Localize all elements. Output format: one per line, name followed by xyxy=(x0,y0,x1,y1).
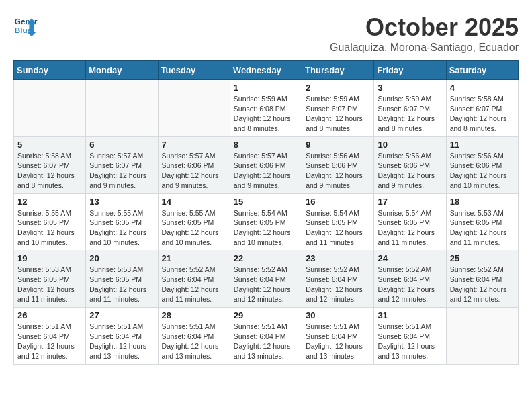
week-row-4: 19 Sunrise: 5:53 AM Sunset: 6:05 PM Dayl… xyxy=(14,250,519,308)
daylight-text: Daylight: 12 hours and 8 minutes. xyxy=(306,114,363,132)
sunrise-text: Sunrise: 5:51 AM xyxy=(234,322,287,330)
day-number: 10 xyxy=(378,140,442,150)
sunset-text: Sunset: 6:06 PM xyxy=(450,161,502,169)
sunrise-text: Sunrise: 5:59 AM xyxy=(234,95,287,103)
day-info: Sunrise: 5:55 AM Sunset: 6:05 PM Dayligh… xyxy=(162,208,226,248)
day-info: Sunrise: 5:52 AM Sunset: 6:04 PM Dayligh… xyxy=(378,265,442,304)
daylight-text: Daylight: 12 hours and 8 minutes. xyxy=(450,114,507,132)
sunrise-text: Sunrise: 5:58 AM xyxy=(17,152,71,160)
day-number: 2 xyxy=(306,83,370,93)
weekday-header-wednesday: Wednesday xyxy=(230,61,302,80)
weekday-header-friday: Friday xyxy=(374,61,446,80)
day-info: Sunrise: 5:52 AM Sunset: 6:04 PM Dayligh… xyxy=(450,265,515,304)
day-info: Sunrise: 5:51 AM Sunset: 6:04 PM Dayligh… xyxy=(17,322,82,361)
day-info: Sunrise: 5:53 AM Sunset: 6:05 PM Dayligh… xyxy=(89,265,154,304)
sunset-text: Sunset: 6:04 PM xyxy=(17,332,70,340)
calendar-cell: 12 Sunrise: 5:55 AM Sunset: 6:05 PM Dayl… xyxy=(14,193,86,250)
day-number: 16 xyxy=(306,197,370,207)
calendar-cell: 30 Sunrise: 5:51 AM Sunset: 6:04 PM Dayl… xyxy=(302,308,374,365)
sunrise-text: Sunrise: 5:57 AM xyxy=(234,152,287,160)
sunset-text: Sunset: 6:06 PM xyxy=(378,161,430,169)
calendar-cell: 4 Sunrise: 5:58 AM Sunset: 6:07 PM Dayli… xyxy=(446,80,518,137)
sunset-text: Sunset: 6:05 PM xyxy=(17,218,70,226)
day-info: Sunrise: 5:57 AM Sunset: 6:07 PM Dayligh… xyxy=(89,151,154,191)
sunset-text: Sunset: 6:04 PM xyxy=(378,275,430,283)
daylight-text: Daylight: 12 hours and 9 minutes. xyxy=(306,171,363,189)
daylight-text: Daylight: 12 hours and 10 minutes. xyxy=(17,228,75,246)
day-info: Sunrise: 5:54 AM Sunset: 6:05 PM Dayligh… xyxy=(378,208,442,248)
sunrise-text: Sunrise: 5:52 AM xyxy=(162,265,216,273)
day-info: Sunrise: 5:55 AM Sunset: 6:05 PM Dayligh… xyxy=(17,208,82,248)
calendar-cell: 7 Sunrise: 5:57 AM Sunset: 6:06 PM Dayli… xyxy=(158,136,230,193)
calendar-cell: 16 Sunrise: 5:54 AM Sunset: 6:05 PM Dayl… xyxy=(302,193,374,250)
daylight-text: Daylight: 12 hours and 8 minutes. xyxy=(234,114,291,132)
daylight-text: Daylight: 12 hours and 11 minutes. xyxy=(17,285,75,304)
sunset-text: Sunset: 6:06 PM xyxy=(162,161,214,169)
daylight-text: Daylight: 12 hours and 10 minutes. xyxy=(89,228,146,246)
sunset-text: Sunset: 6:05 PM xyxy=(89,218,142,226)
calendar-cell xyxy=(14,80,86,137)
weekday-header-tuesday: Tuesday xyxy=(158,61,230,80)
sunrise-text: Sunrise: 5:55 AM xyxy=(162,209,216,217)
daylight-text: Daylight: 12 hours and 11 minutes. xyxy=(306,228,363,246)
calendar-cell xyxy=(86,80,158,137)
calendar-cell: 13 Sunrise: 5:55 AM Sunset: 6:05 PM Dayl… xyxy=(86,193,158,250)
calendar-cell: 11 Sunrise: 5:56 AM Sunset: 6:06 PM Dayl… xyxy=(446,136,518,193)
location-subtitle: Gualaquiza, Morona-Santiago, Ecuador xyxy=(330,42,519,54)
sunrise-text: Sunrise: 5:52 AM xyxy=(378,265,431,273)
daylight-text: Daylight: 12 hours and 12 minutes. xyxy=(378,285,435,304)
calendar-cell: 15 Sunrise: 5:54 AM Sunset: 6:05 PM Dayl… xyxy=(230,193,302,250)
month-title: October 2025 xyxy=(330,13,519,42)
sunset-text: Sunset: 6:04 PM xyxy=(89,332,142,340)
weekday-header-sunday: Sunday xyxy=(14,61,86,80)
calendar-cell xyxy=(158,80,230,137)
day-info: Sunrise: 5:58 AM Sunset: 6:07 PM Dayligh… xyxy=(17,151,82,191)
daylight-text: Daylight: 12 hours and 9 minutes. xyxy=(89,171,146,189)
logo: General Blue xyxy=(13,13,40,38)
sunset-text: Sunset: 6:05 PM xyxy=(450,218,502,226)
sunset-text: Sunset: 6:05 PM xyxy=(306,218,358,226)
day-info: Sunrise: 5:53 AM Sunset: 6:05 PM Dayligh… xyxy=(450,208,515,248)
sunset-text: Sunset: 6:04 PM xyxy=(234,275,286,283)
sunset-text: Sunset: 6:05 PM xyxy=(17,275,70,283)
week-row-5: 26 Sunrise: 5:51 AM Sunset: 6:04 PM Dayl… xyxy=(14,308,519,365)
day-number: 13 xyxy=(89,197,154,207)
daylight-text: Daylight: 12 hours and 13 minutes. xyxy=(162,342,219,360)
day-number: 9 xyxy=(306,140,370,150)
sunset-text: Sunset: 6:04 PM xyxy=(162,275,214,283)
day-number: 17 xyxy=(378,197,442,207)
sunset-text: Sunset: 6:04 PM xyxy=(306,332,358,340)
calendar-cell: 14 Sunrise: 5:55 AM Sunset: 6:05 PM Dayl… xyxy=(158,193,230,250)
sunrise-text: Sunrise: 5:55 AM xyxy=(89,209,143,217)
daylight-text: Daylight: 12 hours and 10 minutes. xyxy=(450,171,507,189)
day-info: Sunrise: 5:55 AM Sunset: 6:05 PM Dayligh… xyxy=(89,208,154,248)
day-number: 27 xyxy=(89,310,154,320)
week-row-1: 1 Sunrise: 5:59 AM Sunset: 6:08 PM Dayli… xyxy=(14,80,519,137)
calendar-cell: 3 Sunrise: 5:59 AM Sunset: 6:07 PM Dayli… xyxy=(374,80,446,137)
calendar-table: SundayMondayTuesdayWednesdayThursdayFrid… xyxy=(13,60,519,365)
day-info: Sunrise: 5:52 AM Sunset: 6:04 PM Dayligh… xyxy=(234,265,298,304)
sunset-text: Sunset: 6:07 PM xyxy=(89,161,142,169)
sunrise-text: Sunrise: 5:53 AM xyxy=(17,265,71,273)
sunrise-text: Sunrise: 5:57 AM xyxy=(162,152,216,160)
day-number: 23 xyxy=(306,253,370,263)
daylight-text: Daylight: 12 hours and 9 minutes. xyxy=(378,171,435,189)
day-number: 26 xyxy=(17,310,82,320)
calendar-cell: 23 Sunrise: 5:52 AM Sunset: 6:04 PM Dayl… xyxy=(302,250,374,308)
sunrise-text: Sunrise: 5:52 AM xyxy=(234,265,287,273)
sunset-text: Sunset: 6:04 PM xyxy=(306,275,358,283)
sunrise-text: Sunrise: 5:54 AM xyxy=(234,209,287,217)
day-info: Sunrise: 5:56 AM Sunset: 6:06 PM Dayligh… xyxy=(306,151,370,191)
sunrise-text: Sunrise: 5:53 AM xyxy=(89,265,143,273)
calendar-cell: 1 Sunrise: 5:59 AM Sunset: 6:08 PM Dayli… xyxy=(230,80,302,137)
calendar-cell: 31 Sunrise: 5:51 AM Sunset: 6:04 PM Dayl… xyxy=(374,308,446,365)
week-row-2: 5 Sunrise: 5:58 AM Sunset: 6:07 PM Dayli… xyxy=(14,136,519,193)
page-header: General Blue October 2025 Gualaquiza, Mo… xyxy=(13,13,519,54)
daylight-text: Daylight: 12 hours and 9 minutes. xyxy=(162,171,219,189)
daylight-text: Daylight: 12 hours and 10 minutes. xyxy=(234,228,291,246)
title-block: October 2025 Gualaquiza, Morona-Santiago… xyxy=(330,13,519,54)
daylight-text: Daylight: 12 hours and 11 minutes. xyxy=(89,285,146,304)
calendar-cell: 20 Sunrise: 5:53 AM Sunset: 6:05 PM Dayl… xyxy=(86,250,158,308)
calendar-cell: 18 Sunrise: 5:53 AM Sunset: 6:05 PM Dayl… xyxy=(446,193,518,250)
week-row-3: 12 Sunrise: 5:55 AM Sunset: 6:05 PM Dayl… xyxy=(14,193,519,250)
